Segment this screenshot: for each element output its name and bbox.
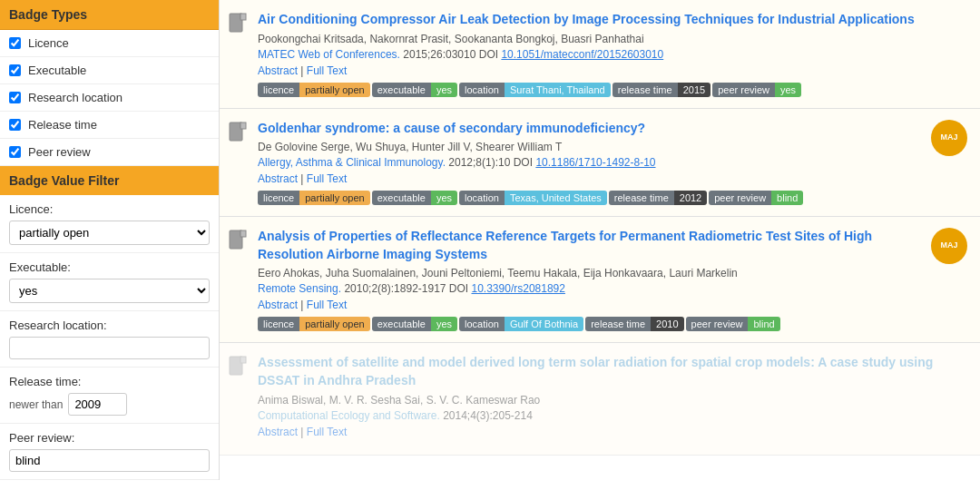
doi-link[interactable]: 10.1186/1710-1492-8-10 (535, 156, 655, 169)
result-authors: Pookongchai Kritsada, Nakornrat Prasit, … (258, 33, 967, 45)
result-links: Abstract | Full Text (258, 64, 967, 77)
checkbox-research[interactable]: Research location (0, 84, 219, 112)
filter-executable-group: Executable: yes no (0, 253, 219, 311)
checkbox-research-label: Research location (28, 91, 122, 104)
badge-executable: executableyes (372, 83, 457, 97)
badge-val: Gulf Of Bothnia (505, 317, 583, 331)
release-time-row: newer than (9, 393, 210, 416)
badges-row: licencepartially open executableyes loca… (258, 317, 918, 331)
checkbox-licence-label: Licence (28, 36, 69, 50)
abstract-link[interactable]: Abstract (258, 299, 298, 311)
release-time-prefix: newer than (9, 398, 63, 411)
abstract-link[interactable]: Abstract (258, 64, 298, 77)
filter-research-group: Research location: (0, 311, 219, 368)
badge-key: licence (258, 191, 299, 205)
checkbox-peer-input[interactable] (9, 146, 21, 158)
badge-val: partially open (299, 83, 369, 97)
badge-licence: licencepartially open (258, 83, 370, 97)
result-journal: Allergy, Asthma & Clinical Immunology. 2… (258, 156, 918, 169)
result-body: Goldenhar syndrome: a cause of secondary… (258, 120, 918, 206)
checkbox-licence[interactable]: Licence (0, 30, 219, 57)
doc-icon (229, 356, 249, 443)
result-links: Abstract | Full Text (258, 299, 918, 311)
doc-icon (229, 230, 249, 331)
abstract-link[interactable]: Abstract (258, 426, 298, 438)
result-item: Analysis of Properties of Reflectance Re… (220, 217, 980, 343)
badge-key: location (459, 191, 505, 205)
badge-peer: peer reviewblind (686, 317, 780, 331)
result-authors: Eero Ahokas, Juha Suomalainen, Jouni Pel… (258, 267, 918, 279)
badge-licence: licencepartially open (258, 191, 370, 205)
filter-peer-input[interactable] (9, 449, 210, 472)
badge-val: yes (431, 83, 457, 97)
journal-name: Remote Sensing. (258, 282, 341, 295)
badge-peer: peer reviewblind (709, 191, 803, 205)
badge-val: partially open (299, 317, 369, 331)
filter-licence-select[interactable]: partially open open closed (9, 221, 210, 245)
results-area: Air Conditioning Compressor Air Leak Det… (220, 0, 980, 480)
badge-val: 2012 (674, 191, 707, 205)
fulltext-link[interactable]: Full Text (307, 299, 347, 311)
badge-licence: licencepartially open (258, 317, 370, 331)
result-item: Assessment of satellite and model derive… (220, 343, 980, 455)
filter-research-input[interactable] (9, 337, 210, 359)
checkbox-peer[interactable]: Peer review (0, 139, 219, 166)
abstract-link[interactable]: Abstract (258, 172, 298, 185)
badge-types-title: Badge Types (0, 0, 219, 30)
badge-val: blind (771, 191, 803, 205)
badge-key: location (459, 317, 505, 331)
checkbox-release-label: Release time (28, 118, 97, 132)
filter-executable-select[interactable]: yes no (9, 279, 210, 303)
result-title[interactable]: Air Conditioning Compressor Air Leak Det… (258, 11, 967, 29)
checkbox-executable[interactable]: Executable (0, 57, 219, 84)
badge-release: release time2015 (612, 83, 710, 97)
badge-val: yes (431, 191, 457, 205)
badge-key: executable (372, 83, 431, 97)
badge-key: licence (258, 83, 299, 97)
checkbox-research-input[interactable] (9, 92, 21, 103)
badge-val: blind (748, 317, 779, 331)
doi-link[interactable]: 10.3390/rs2081892 (472, 282, 565, 295)
result-authors: De Golovine Serge, Wu Shuya, Hunter Jill… (258, 141, 918, 153)
doi-link[interactable]: 10.1051/matecconf/20152603010 (501, 48, 663, 61)
result-item: Goldenhar syndrome: a cause of secondary… (220, 109, 980, 218)
result-journal: Remote Sensing. 2010;2(8):1892-1917 DOI … (258, 282, 918, 295)
badge-key: executable (372, 317, 431, 331)
journal-name: MATEC Web of Conferences. (258, 48, 400, 61)
checkbox-executable-input[interactable] (9, 64, 21, 76)
fulltext-link[interactable]: Full Text (307, 172, 347, 185)
badge-release: release time2012 (609, 191, 707, 205)
checkbox-executable-label: Executable (28, 64, 86, 77)
badge-peer: peer reviewyes (712, 83, 801, 97)
fulltext-link[interactable]: Full Text (307, 64, 347, 77)
badge-executable: executableyes (372, 191, 457, 205)
filter-release-input[interactable] (68, 393, 127, 416)
filter-licence-label: Licence: (9, 202, 210, 216)
badge-val: Surat Thani, Thailand (505, 83, 611, 97)
result-title[interactable]: Goldenhar syndrome: a cause of secondary… (258, 120, 918, 138)
result-title[interactable]: Assessment of satellite and model derive… (258, 354, 967, 389)
result-authors: Anima Biswal, M. V. R. Sesha Sai, S. V. … (258, 394, 967, 407)
result-logo: MAJ (927, 120, 967, 206)
badge-key: peer review (712, 83, 775, 97)
badge-location: locationGulf Of Bothnia (459, 317, 583, 331)
badge-key: executable (372, 191, 431, 205)
filter-executable-label: Executable: (9, 260, 210, 274)
checkbox-licence-input[interactable] (9, 37, 21, 49)
journal-details: 2014;4(3):205-214 (443, 409, 533, 422)
journal-details: 2010;2(8):1892-1917 DOI (344, 282, 471, 295)
logo-badge: MAJ (931, 228, 967, 264)
badge-executable: executableyes (372, 317, 457, 331)
badge-key: peer review (686, 317, 749, 331)
badge-val: 2015 (678, 83, 710, 97)
fulltext-link[interactable]: Full Text (307, 426, 347, 438)
badge-release: release time2010 (585, 317, 683, 331)
badge-val: yes (431, 317, 457, 331)
checkbox-release[interactable]: Release time (0, 112, 219, 139)
filter-release-group: Release time: newer than (0, 368, 219, 424)
badge-location: locationTexas, United States (459, 191, 607, 205)
svg-rect-8 (240, 230, 246, 237)
result-title[interactable]: Analysis of Properties of Reflectance Re… (258, 228, 918, 263)
checkbox-release-input[interactable] (9, 119, 21, 131)
badge-key: licence (258, 317, 299, 331)
